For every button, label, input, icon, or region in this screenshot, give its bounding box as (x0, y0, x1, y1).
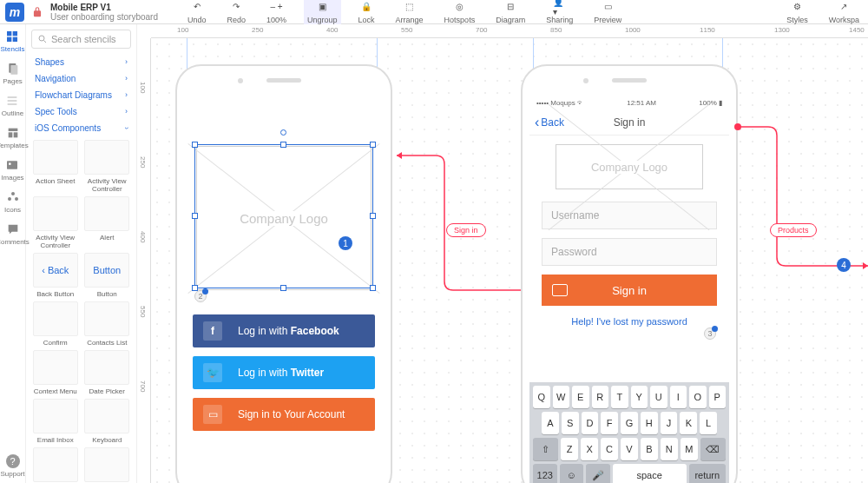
sharing-button[interactable]: 👤▾Sharing (542, 0, 576, 26)
key-z[interactable]: Z (561, 438, 578, 460)
stencil-item[interactable]: ‹ BackBack Button (31, 253, 80, 298)
key-j[interactable]: J (661, 412, 678, 434)
ruler-vertical[interactable]: 100250400550700 (137, 38, 151, 483)
stencil-item[interactable]: Contacts List (83, 301, 132, 347)
key-o[interactable]: O (689, 386, 707, 408)
cat-navigation[interactable]: Navigation› (26, 70, 136, 87)
key-b[interactable]: B (641, 438, 658, 460)
stencil-item[interactable]: Context Menu (31, 350, 80, 395)
resize-handle[interactable] (370, 285, 376, 291)
key-y[interactable]: Y (631, 386, 648, 408)
cat-spec-tools[interactable]: Spec Tools› (26, 103, 136, 120)
rail-comments[interactable]: Comments (0, 222, 30, 246)
rail-icons[interactable]: Icons (4, 190, 21, 214)
company-logo-placeholder[interactable]: Company Logo (556, 144, 703, 189)
key-h[interactable]: H (641, 412, 658, 434)
stencil-item[interactable]: Alert (83, 196, 132, 249)
annotation-badge-4[interactable]: 4 (837, 258, 851, 272)
stencil-item[interactable]: Action Sheet (31, 140, 80, 193)
key-d[interactable]: D (582, 412, 599, 434)
search-input[interactable]: Search stencils (31, 30, 131, 49)
hotspot-signin[interactable]: Sign in (446, 223, 486, 237)
stencil-item[interactable]: ButtonButton (83, 253, 132, 298)
key-r[interactable]: R (592, 386, 609, 408)
stencil-item[interactable]: Loading View (31, 447, 80, 483)
stencil-item[interactable]: Activity View Controller (83, 140, 132, 193)
stencil-item[interactable]: Compose (83, 447, 132, 483)
stencil-item[interactable]: Email Inbox (31, 399, 80, 444)
page-number-badge[interactable]: 3 (704, 328, 716, 340)
preview-button[interactable]: ▭Preview (590, 0, 625, 26)
key-g[interactable]: G (621, 412, 638, 434)
mockup-screen-2[interactable]: ••••• Moqups ᯤ 12:51 AM 100% ▮ ‹Back Sig… (521, 64, 738, 483)
project-info[interactable]: Mobile ERP V1 User onboarding storyboard (50, 3, 158, 22)
mic-key[interactable]: 🎤 (586, 464, 610, 483)
resize-handle[interactable] (280, 285, 286, 291)
stencil-item[interactable]: Keyboard (83, 399, 132, 444)
resize-handle[interactable] (192, 142, 198, 148)
login-twitter-button[interactable]: 🐦Log in with Twitter (193, 356, 375, 389)
undo-button[interactable]: ↶Undo (184, 0, 210, 26)
app-logo[interactable]: m (5, 3, 24, 22)
redo-button[interactable]: ↷Redo (223, 0, 249, 26)
numbers-key[interactable]: 123 (533, 464, 557, 483)
login-facebook-button[interactable]: fLog in with Facebook (193, 314, 375, 347)
stencil-item[interactable]: Activity View Controller (31, 196, 80, 249)
emoji-key[interactable]: ☺ (560, 464, 584, 483)
annotation-badge-1[interactable]: 1 (339, 236, 352, 250)
canvas[interactable]: Company Logo fLog in with Facebook 🐦Log … (151, 38, 868, 483)
key-l[interactable]: L (700, 412, 717, 434)
cat-shapes[interactable]: Shapes› (26, 54, 136, 70)
key-a[interactable]: A (542, 412, 559, 434)
resize-handle[interactable] (370, 142, 376, 148)
backspace-key[interactable]: ⌫ (700, 438, 726, 460)
ungroup-button[interactable]: ▣Ungroup (304, 0, 341, 26)
signin-account-button[interactable]: ▭Sign in to Your Account (193, 398, 375, 431)
space-key[interactable]: space (613, 464, 687, 483)
zoom-button[interactable]: – +100% (263, 0, 290, 26)
page-number-badge[interactable]: 2 (194, 290, 207, 302)
flow-origin-dot[interactable] (734, 123, 741, 130)
key-k[interactable]: K (680, 412, 697, 434)
resize-handle[interactable] (370, 213, 376, 219)
key-v[interactable]: V (621, 438, 638, 460)
key-e[interactable]: E (572, 386, 589, 408)
key-u[interactable]: U (650, 386, 667, 408)
resize-handle[interactable] (280, 142, 286, 148)
rail-templates[interactable]: Templates (0, 126, 29, 149)
return-key[interactable]: return (689, 464, 726, 483)
key-w[interactable]: W (553, 386, 570, 408)
key-x[interactable]: X (581, 438, 598, 460)
resize-handle[interactable] (192, 213, 198, 219)
key-q[interactable]: Q (533, 386, 550, 408)
lock-button[interactable]: 🔒Lock (355, 0, 378, 26)
rotate-handle[interactable] (280, 129, 286, 136)
stencil-item[interactable]: Confirm (31, 301, 80, 347)
key-m[interactable]: M (681, 438, 698, 460)
key-c[interactable]: C (601, 438, 618, 460)
signin-button[interactable]: Sign in (542, 275, 717, 306)
shift-key[interactable]: ⇧ (533, 438, 558, 460)
arrange-button[interactable]: ⬚Arrange (392, 0, 427, 26)
rail-outline[interactable]: Outline (2, 94, 23, 117)
key-f[interactable]: F (601, 412, 618, 434)
cat-ios[interactable]: iOS Components› (26, 120, 136, 136)
rail-pages[interactable]: Pages (3, 62, 23, 85)
styles-button[interactable]: ⚙Styles (783, 0, 812, 26)
password-input[interactable]: Password (542, 238, 717, 266)
diagram-button[interactable]: ⊟Diagram (492, 0, 529, 26)
key-n[interactable]: N (661, 438, 678, 460)
hotspot-products[interactable]: Products (770, 223, 817, 237)
workspace-button[interactable]: ↗Workspa (825, 0, 863, 26)
rail-stencils[interactable]: Stencils (0, 30, 24, 53)
stencil-item[interactable]: Date Picker (83, 350, 132, 395)
key-t[interactable]: T (611, 386, 628, 408)
hotspots-button[interactable]: ◎Hotspots (441, 0, 479, 26)
ruler-horizontal[interactable]: 1002504005507008501000115013001450 (151, 24, 868, 38)
key-i[interactable]: I (670, 386, 687, 408)
lost-password-link[interactable]: Help! I've lost my password (529, 316, 729, 327)
key-p[interactable]: P (709, 386, 727, 408)
rail-images[interactable]: Images (1, 158, 23, 182)
key-s[interactable]: S (562, 412, 579, 434)
cat-flowchart[interactable]: Flowchart Diagrams› (26, 87, 136, 103)
